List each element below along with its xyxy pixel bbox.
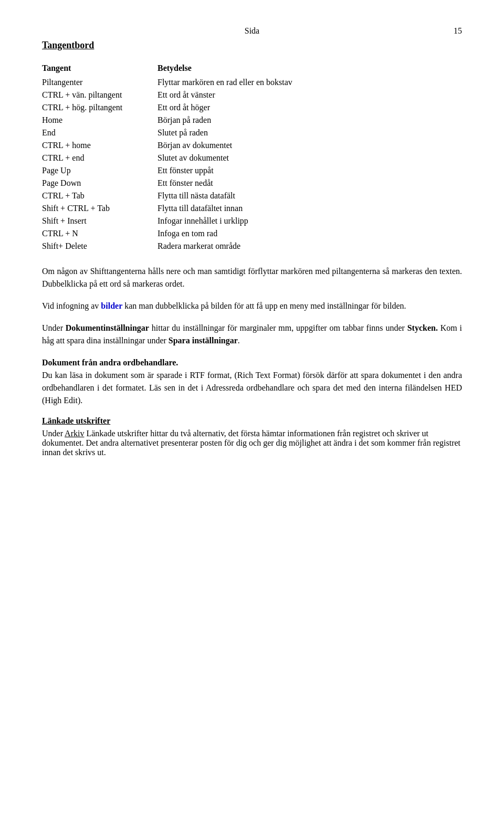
table-cell-desc: Ett fönster uppåt [158,164,462,177]
table-cell-desc: Början på raden [158,114,462,127]
table-cell-desc: Slutet av dokumentet [158,152,462,164]
table-row: Shift + CTRL + TabFlytta till datafältet… [42,202,462,215]
table-row: CTRL + TabFlytta till nästa datafält [42,190,462,202]
other-docs-body: Du kan läsa in dokument som är sparade i… [42,371,462,405]
image-note-paragraph: Vid infogning av bilder kan man dubbelkl… [42,300,462,312]
table-row: Page UpEtt fönster uppåt [42,164,462,177]
header-left-spacer [42,26,63,36]
doc-settings-end: . [238,336,240,345]
keyboard-table: Tangent Betydelse PiltangenterFlyttar ma… [42,62,462,253]
linked-prints-arkiv: Arkiv [65,429,84,438]
table-cell-key: CTRL + Tab [42,190,158,202]
table-cell-key: CTRL + hög. piltangent [42,101,158,114]
table-cell-key: Page Up [42,164,158,177]
table-row: Shift + InsertInfogar innehållet i urkli… [42,215,462,227]
table-row: PiltangenterFlyttar markören en rad elle… [42,76,462,89]
table-cell-key: End [42,127,158,139]
image-note-suffix: kan man dubbelklicka på bilden för att f… [122,301,406,310]
image-note-blue: bilder [101,301,122,310]
table-cell-key: Piltangenter [42,76,158,89]
doc-settings-stycken: Stycken. [407,323,438,332]
table-cell-key: CTRL + end [42,152,158,164]
table-cell-desc: Flytta till nästa datafält [158,190,462,202]
table-cell-desc: Radera markerat område [158,240,462,253]
table-cell-key: Shift + CTRL + Tab [42,202,158,215]
table-cell-desc: Början av dokumentet [158,139,462,152]
table-row: CTRL + NInfoga en tom rad [42,227,462,240]
table-cell-key: Home [42,114,158,127]
table-cell-desc: Ett fönster nedåt [158,177,462,190]
table-cell-key: Shift+ Delete [42,240,158,253]
document-settings-paragraph: Under Dokumentinställningar hittar du in… [42,322,462,347]
table-row: CTRL + vän. piltangentEtt ord åt vänster [42,89,462,101]
table-row: Shift+ DeleteRadera markerat område [42,240,462,253]
table-cell-key: CTRL + vän. piltangent [42,89,158,101]
doc-settings-bold: Dokumentinställningar [66,323,149,332]
table-cell-key: Shift + Insert [42,215,158,227]
table-cell-desc: Flytta till datafältet innan [158,202,462,215]
col-key-header: Tangent [42,62,158,76]
linked-prints-prefix: Under [42,429,65,438]
linked-prints-title: Länkade utskrifter [42,416,462,426]
doc-settings-middle: hittar du inställningar för marginaler m… [149,323,407,332]
table-cell-desc: Ett ord åt vänster [158,89,462,101]
doc-settings-spara: Spara inställningar [169,336,238,345]
table-row: CTRL + endSlutet av dokumentet [42,152,462,164]
table-cell-desc: Infogar innehållet i urklipp [158,215,462,227]
col-desc-header: Betydelse [158,62,462,76]
table-cell-desc: Slutet på raden [158,127,462,139]
table-row: HomeBörjan på raden [42,114,462,127]
section-title: Tangentbord [42,40,462,51]
page-label: Sida [63,26,441,36]
table-cell-desc: Ett ord åt höger [158,101,462,114]
image-note-prefix: Vid infogning av [42,301,101,310]
table-row: CTRL + hög. piltangentEtt ord åt höger [42,101,462,114]
page-header: Sida 15 [42,26,462,36]
table-cell-desc: Infoga en tom rad [158,227,462,240]
other-docs-paragraph: Dokument från andra ordbehandlare. Du ka… [42,356,462,407]
table-cell-key: CTRL + home [42,139,158,152]
table-row: EndSlutet på raden [42,127,462,139]
other-docs-title: Dokument från andra ordbehandlare. [42,358,178,367]
table-row: CTRL + homeBörjan av dokumentet [42,139,462,152]
linked-prints-body: Länkade utskrifter hittar du två alterna… [42,429,460,457]
shift-note-paragraph: Om någon av Shifttangenterna hålls nere … [42,265,462,290]
page: Sida 15 Tangentbord Tangent Betydelse Pi… [0,0,504,831]
page-number: 15 [441,26,462,36]
doc-settings-prefix: Under [42,323,66,332]
table-row: Page DownEtt fönster nedåt [42,177,462,190]
table-cell-desc: Flyttar markören en rad eller en bokstav [158,76,462,89]
table-cell-key: Page Down [42,177,158,190]
table-cell-key: CTRL + N [42,227,158,240]
